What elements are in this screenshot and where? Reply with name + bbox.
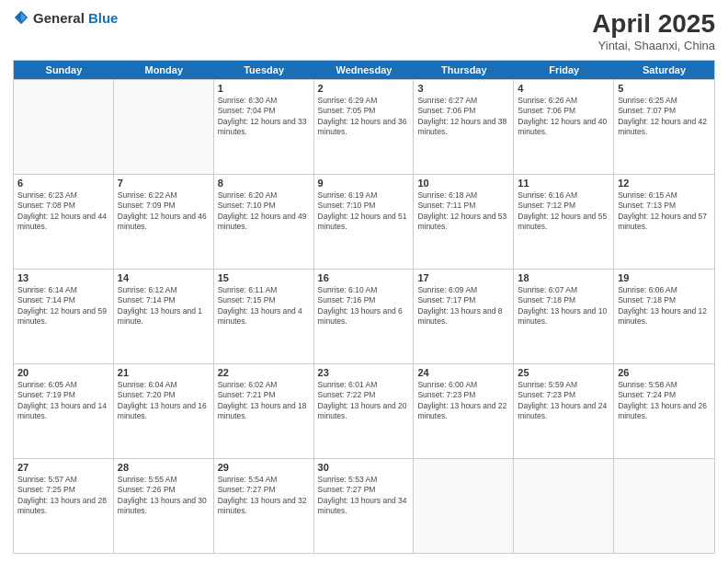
calendar-header: Sunday Monday Tuesday Wednesday Thursday… (14, 61, 714, 79)
day-number: 23 (318, 367, 410, 378)
day-detail: Sunrise: 6:12 AM Sunset: 7:14 PM Dayligh… (118, 285, 210, 327)
day-number: 9 (318, 178, 410, 189)
day-number: 16 (318, 272, 410, 283)
calendar-cell (14, 80, 114, 174)
day-detail: Sunrise: 6:01 AM Sunset: 7:22 PM Dayligh… (318, 380, 410, 422)
calendar-cell: 7Sunrise: 6:22 AM Sunset: 7:09 PM Daylig… (114, 175, 214, 269)
day-detail: Sunrise: 5:54 AM Sunset: 7:27 PM Dayligh… (218, 475, 310, 517)
day-detail: Sunrise: 6:10 AM Sunset: 7:16 PM Dayligh… (318, 285, 410, 327)
day-detail: Sunrise: 6:15 AM Sunset: 7:13 PM Dayligh… (618, 190, 711, 233)
day-number: 22 (218, 367, 310, 378)
logo-blue: Blue (88, 10, 119, 26)
calendar-cell: 17Sunrise: 6:09 AM Sunset: 7:17 PM Dayli… (414, 270, 514, 363)
page: GeneralBlue April 2025 Yintai, Shaanxi, … (0, 0, 728, 563)
logo-icon (13, 9, 29, 26)
calendar-cell: 9Sunrise: 6:19 AM Sunset: 7:10 PM Daylig… (314, 175, 415, 269)
calendar-cell: 22Sunrise: 6:02 AM Sunset: 7:21 PM Dayli… (214, 364, 314, 458)
calendar-cell: 18Sunrise: 6:07 AM Sunset: 7:18 PM Dayli… (514, 270, 614, 363)
header-wednesday: Wednesday (314, 61, 415, 79)
day-number: 18 (518, 272, 609, 283)
header: GeneralBlue April 2025 Yintai, Shaanxi, … (13, 9, 715, 52)
day-number: 17 (417, 272, 509, 283)
calendar-cell: 10Sunrise: 6:18 AM Sunset: 7:11 PM Dayli… (414, 175, 514, 269)
calendar-cell: 3Sunrise: 6:27 AM Sunset: 7:06 PM Daylig… (414, 80, 514, 174)
calendar-week-5: 27Sunrise: 5:57 AM Sunset: 7:25 PM Dayli… (14, 458, 714, 553)
calendar-cell: 11Sunrise: 6:16 AM Sunset: 7:12 PM Dayli… (514, 175, 614, 269)
calendar-cell: 1Sunrise: 6:30 AM Sunset: 7:04 PM Daylig… (214, 80, 314, 174)
day-number: 24 (417, 367, 509, 378)
calendar-cell (514, 459, 614, 553)
day-number: 29 (218, 462, 310, 473)
header-saturday: Saturday (614, 61, 714, 79)
day-number: 21 (118, 367, 210, 378)
day-number: 12 (618, 178, 711, 189)
location-title: Yintai, Shaanxi, China (592, 39, 715, 52)
day-detail: Sunrise: 6:26 AM Sunset: 7:06 PM Dayligh… (518, 96, 609, 138)
calendar-cell (414, 459, 514, 553)
calendar-cell: 6Sunrise: 6:23 AM Sunset: 7:08 PM Daylig… (14, 175, 114, 269)
calendar-cell: 19Sunrise: 6:06 AM Sunset: 7:18 PM Dayli… (614, 270, 714, 363)
calendar-cell: 4Sunrise: 6:26 AM Sunset: 7:06 PM Daylig… (514, 80, 614, 174)
day-number: 13 (17, 272, 109, 283)
day-detail: Sunrise: 6:04 AM Sunset: 7:20 PM Dayligh… (118, 380, 210, 422)
day-number: 25 (518, 367, 609, 378)
day-detail: Sunrise: 5:58 AM Sunset: 7:24 PM Dayligh… (618, 380, 711, 422)
logo-general: General (33, 10, 85, 26)
day-detail: Sunrise: 5:59 AM Sunset: 7:23 PM Dayligh… (518, 380, 609, 422)
day-detail: Sunrise: 6:07 AM Sunset: 7:18 PM Dayligh… (518, 285, 609, 327)
day-number: 5 (618, 83, 711, 94)
day-detail: Sunrise: 6:06 AM Sunset: 7:18 PM Dayligh… (618, 285, 711, 327)
calendar-week-1: 1Sunrise: 6:30 AM Sunset: 7:04 PM Daylig… (14, 79, 714, 174)
header-thursday: Thursday (414, 61, 514, 79)
day-number: 14 (118, 272, 210, 283)
day-detail: Sunrise: 6:22 AM Sunset: 7:09 PM Dayligh… (118, 190, 210, 233)
calendar-cell: 8Sunrise: 6:20 AM Sunset: 7:10 PM Daylig… (214, 175, 314, 269)
calendar-cell: 16Sunrise: 6:10 AM Sunset: 7:16 PM Dayli… (314, 270, 415, 363)
calendar-body: 1Sunrise: 6:30 AM Sunset: 7:04 PM Daylig… (14, 79, 714, 553)
day-number: 4 (518, 83, 609, 94)
day-detail: Sunrise: 5:55 AM Sunset: 7:26 PM Dayligh… (118, 475, 210, 517)
day-number: 30 (318, 462, 410, 473)
calendar-week-2: 6Sunrise: 6:23 AM Sunset: 7:08 PM Daylig… (14, 174, 714, 269)
day-number: 27 (17, 462, 109, 473)
calendar-cell: 29Sunrise: 5:54 AM Sunset: 7:27 PM Dayli… (214, 459, 314, 553)
day-number: 28 (118, 462, 210, 473)
day-detail: Sunrise: 6:18 AM Sunset: 7:11 PM Dayligh… (417, 190, 509, 233)
header-sunday: Sunday (14, 61, 114, 79)
title-area: April 2025 Yintai, Shaanxi, China (592, 9, 715, 52)
calendar-cell (114, 80, 214, 174)
day-number: 8 (218, 178, 310, 189)
header-tuesday: Tuesday (214, 61, 314, 79)
day-detail: Sunrise: 6:05 AM Sunset: 7:19 PM Dayligh… (17, 380, 109, 422)
day-detail: Sunrise: 6:20 AM Sunset: 7:10 PM Dayligh… (218, 190, 310, 233)
day-detail: Sunrise: 6:02 AM Sunset: 7:21 PM Dayligh… (218, 380, 310, 422)
calendar-cell: 21Sunrise: 6:04 AM Sunset: 7:20 PM Dayli… (114, 364, 214, 458)
calendar-week-3: 13Sunrise: 6:14 AM Sunset: 7:14 PM Dayli… (14, 269, 714, 363)
calendar-cell: 2Sunrise: 6:29 AM Sunset: 7:05 PM Daylig… (314, 80, 415, 174)
day-detail: Sunrise: 6:00 AM Sunset: 7:23 PM Dayligh… (417, 380, 509, 422)
calendar-cell: 27Sunrise: 5:57 AM Sunset: 7:25 PM Dayli… (14, 459, 114, 553)
calendar: Sunday Monday Tuesday Wednesday Thursday… (13, 60, 715, 554)
day-detail: Sunrise: 5:53 AM Sunset: 7:27 PM Dayligh… (318, 475, 410, 517)
month-title: April 2025 (592, 9, 715, 39)
calendar-cell: 25Sunrise: 5:59 AM Sunset: 7:23 PM Dayli… (514, 364, 614, 458)
day-detail: Sunrise: 6:16 AM Sunset: 7:12 PM Dayligh… (518, 190, 609, 233)
day-number: 19 (618, 272, 711, 283)
day-detail: Sunrise: 6:19 AM Sunset: 7:10 PM Dayligh… (318, 190, 410, 233)
calendar-cell: 20Sunrise: 6:05 AM Sunset: 7:19 PM Dayli… (14, 364, 114, 458)
day-number: 3 (417, 83, 509, 94)
day-number: 1 (218, 83, 310, 94)
calendar-cell: 26Sunrise: 5:58 AM Sunset: 7:24 PM Dayli… (614, 364, 714, 458)
day-number: 10 (417, 178, 509, 189)
day-number: 26 (618, 367, 711, 378)
calendar-cell: 30Sunrise: 5:53 AM Sunset: 7:27 PM Dayli… (314, 459, 415, 553)
calendar-cell: 15Sunrise: 6:11 AM Sunset: 7:15 PM Dayli… (214, 270, 314, 363)
calendar-cell: 24Sunrise: 6:00 AM Sunset: 7:23 PM Dayli… (414, 364, 514, 458)
day-detail: Sunrise: 6:23 AM Sunset: 7:08 PM Dayligh… (17, 190, 109, 233)
day-detail: Sunrise: 6:09 AM Sunset: 7:17 PM Dayligh… (417, 285, 509, 327)
day-number: 11 (518, 178, 609, 189)
logo: GeneralBlue (13, 9, 118, 26)
header-monday: Monday (114, 61, 214, 79)
calendar-cell: 23Sunrise: 6:01 AM Sunset: 7:22 PM Dayli… (314, 364, 415, 458)
calendar-cell: 13Sunrise: 6:14 AM Sunset: 7:14 PM Dayli… (14, 270, 114, 363)
